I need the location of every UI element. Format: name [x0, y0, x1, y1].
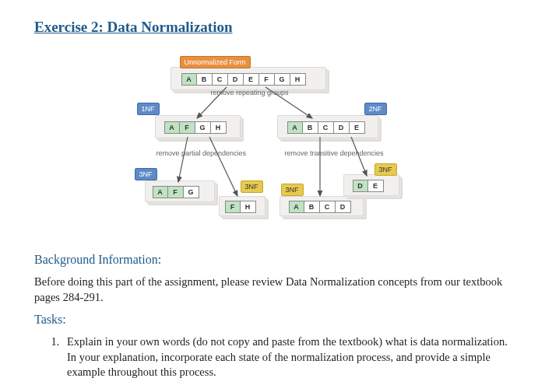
cell: A: [164, 121, 180, 134]
background-text: Before doing this part of the assignment…: [34, 275, 512, 305]
row-3nf-b: F H: [225, 201, 256, 213]
cell: B: [197, 73, 213, 86]
badge-3nf-right: 3NF: [374, 163, 397, 176]
task-item-1: Explain in your own words (do not copy a…: [62, 334, 512, 380]
svg-line-2: [178, 137, 188, 182]
caption-partial: remove partial dependencies: [156, 149, 247, 157]
cell: F: [225, 201, 241, 213]
badge-2nf: 2NF: [364, 103, 387, 115]
cell: G: [275, 73, 290, 86]
badge-3nf-left: 3NF: [135, 168, 157, 180]
cell: E: [368, 180, 384, 192]
row-1nf-left: A F G H: [164, 121, 227, 134]
badge-unnormalized: Unnormalized Form: [180, 56, 251, 68]
cell: F: [259, 73, 275, 86]
cell: D: [334, 121, 350, 134]
cell: D: [353, 180, 368, 192]
cell: A: [289, 201, 304, 213]
cell: B: [303, 121, 318, 134]
cell: H: [211, 121, 227, 134]
cell: F: [168, 186, 184, 198]
row-3nf-c: D E: [353, 180, 384, 192]
row-3nf-d: A B C D: [289, 201, 351, 213]
cell: D: [228, 73, 244, 86]
badge-1nf: 1NF: [137, 103, 160, 115]
background-heading: Background Information:: [34, 253, 512, 267]
tasks-heading: Tasks:: [34, 313, 512, 327]
cell: F: [180, 121, 195, 134]
cell: D: [336, 201, 351, 213]
row-unf: A B C D E F G H: [181, 73, 306, 86]
tasks-list: Explain in your own words (do not copy a…: [62, 334, 512, 380]
row-2nf-right: A B C D E: [287, 121, 365, 134]
cell: G: [195, 121, 211, 134]
cell: B: [304, 201, 320, 213]
cell: A: [287, 121, 303, 134]
cell: E: [244, 73, 259, 86]
exercise-title: Exercise 2: Data Normalization: [34, 19, 512, 36]
cell: H: [241, 201, 256, 213]
cell: C: [318, 121, 334, 134]
normalization-diagram: Unnormalized Form 1NF 2NF 3NF 3NF 3NF 3N…: [110, 50, 437, 233]
badge-3nf-mid2: 3NF: [281, 184, 304, 196]
cell: G: [184, 186, 199, 198]
cell: H: [290, 73, 306, 86]
cell: C: [213, 73, 228, 86]
diagram-container: Unnormalized Form 1NF 2NF 3NF 3NF 3NF 3N…: [34, 50, 512, 233]
cell: A: [181, 73, 197, 86]
caption-repeating: remove repeating groups: [211, 89, 289, 96]
cell: C: [320, 201, 336, 213]
badge-3nf-mid1: 3NF: [241, 180, 263, 193]
cell: A: [153, 186, 168, 198]
cell: E: [350, 121, 365, 134]
caption-transitive: remove transitive dependencies: [285, 149, 384, 157]
row-3nf-a: A F G: [153, 186, 199, 198]
